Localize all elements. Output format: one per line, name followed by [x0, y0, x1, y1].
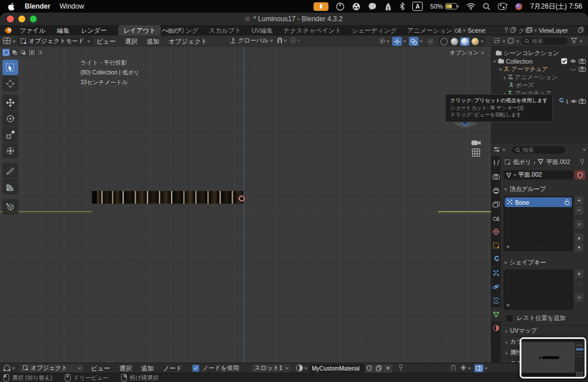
shader-menu-select[interactable]: 選択: [115, 363, 137, 373]
shading-solid-button[interactable]: [450, 37, 459, 46]
shader-snap-icon[interactable]: [450, 364, 457, 372]
grid-ortho-icon[interactable]: [471, 148, 481, 158]
menu-edit[interactable]: 編集: [51, 25, 75, 36]
scene-selector[interactable]: ∨ Scene: [452, 26, 518, 34]
siri-icon[interactable]: [515, 3, 523, 10]
remove-shape-key-button[interactable]: −: [575, 279, 583, 288]
tool-select-box[interactable]: [2, 60, 18, 75]
spotlight-search-icon[interactable]: [483, 3, 490, 10]
shader-menu-add[interactable]: 追加: [137, 363, 158, 373]
disable-render-camera-icon[interactable]: [579, 58, 586, 65]
disable-render-camera-icon[interactable]: [579, 98, 586, 105]
properties-editor-icon[interactable]: [493, 146, 500, 154]
tool-cursor[interactable]: [2, 76, 18, 91]
mode-dropdown[interactable]: オブジェクトモード ∨: [17, 37, 93, 46]
material-fake-user-button[interactable]: [365, 364, 374, 373]
list-resize-grip[interactable]: ···: [534, 244, 541, 250]
exclude-checkbox-icon[interactable]: [561, 58, 567, 65]
breadcrumb-object-name[interactable]: 低ポリ: [513, 158, 531, 166]
tab-viewlayer[interactable]: [491, 197, 501, 211]
tab-modifiers[interactable]: [491, 252, 501, 266]
select-mode-invert-button[interactable]: [28, 49, 36, 56]
disclosure-icon[interactable]: ∨: [498, 67, 502, 72]
fin-status-icon[interactable]: [384, 3, 392, 10]
mic-indicator-icon[interactable]: [314, 2, 328, 11]
viewport-options-dropdown[interactable]: オプション ∨: [450, 49, 484, 57]
tab-render[interactable]: [491, 170, 501, 184]
rest-position-checkbox[interactable]: [505, 314, 513, 322]
menu-render[interactable]: レンダー: [75, 25, 113, 36]
shading-wireframe-button[interactable]: [439, 37, 449, 46]
hide-eye-icon[interactable]: [570, 58, 577, 65]
tab-object-data[interactable]: [491, 307, 501, 321]
screen-preview-window[interactable]: [520, 337, 586, 379]
viewport-menu-view[interactable]: ビュー: [92, 36, 121, 47]
outliner-row-animation[interactable]: › アニメーション: [491, 73, 588, 81]
nodes-status-icon[interactable]: [352, 2, 361, 11]
expand-icon[interactable]: ›: [504, 75, 505, 81]
shader-editor-icon[interactable]: [3, 364, 11, 373]
viewport-menu-select[interactable]: 選択: [121, 36, 142, 47]
show-overlays-toggle[interactable]: [409, 37, 419, 46]
vertex-groups-title[interactable]: 頂点グループ: [509, 185, 546, 193]
list-resize-grip[interactable]: ···: [534, 303, 541, 309]
mesh-object-strip[interactable]: [92, 191, 243, 204]
workspace-tab-sculpting[interactable]: スカルプト: [204, 25, 246, 36]
lock-icon[interactable]: [564, 199, 570, 206]
viewport-menu-object[interactable]: オブジェクト: [164, 36, 212, 47]
select-mode-extend-button[interactable]: [11, 49, 18, 56]
shader-region-toggle[interactable]: [474, 364, 483, 372]
material-preview-icon[interactable]: [296, 364, 303, 373]
input-source-icon[interactable]: A: [412, 2, 423, 11]
tool-measure[interactable]: [2, 179, 18, 194]
blender-logo-icon[interactable]: [4, 27, 12, 35]
filter-icon[interactable]: [571, 38, 577, 45]
chat-status-icon[interactable]: [368, 2, 377, 10]
workspace-tab-animation[interactable]: アニメーション: [402, 25, 458, 36]
material-name-field[interactable]: [310, 364, 365, 372]
vertex-group-specials-button[interactable]: ∨: [575, 220, 583, 228]
menubar-clock[interactable]: 7月26日(土) 7:56: [530, 2, 582, 11]
shader-pin-icon[interactable]: [398, 364, 404, 372]
panel-disclosure-icon[interactable]: ∨: [504, 260, 508, 265]
mesh-name-field[interactable]: ∨ 平面.002: [504, 170, 573, 180]
outliner-display-mode-icon[interactable]: [508, 38, 514, 45]
disable-render-camera-icon[interactable]: [579, 66, 586, 73]
tab-scene[interactable]: [491, 211, 501, 225]
hidden-eye-closed-icon[interactable]: [570, 66, 577, 73]
disclosure-icon[interactable]: ∨: [493, 59, 497, 64]
shader-menu-view[interactable]: ビュー: [86, 363, 115, 373]
list-filter-icon[interactable]: ▶: [507, 244, 510, 249]
tab-world[interactable]: [491, 225, 501, 239]
menubar-item-window[interactable]: Window: [60, 2, 84, 10]
scene-pin-icon[interactable]: [504, 27, 509, 34]
window-titlebar[interactable]: * Luminous17 - Blender 4.3.2: [0, 13, 588, 25]
camera-view-icon[interactable]: [471, 139, 481, 148]
select-mode-intersect-button[interactable]: [37, 49, 44, 56]
viewport-3d[interactable]: ライト・平行投影 (80) Collection | 低ポリ 10センチメートル…: [0, 47, 491, 362]
tab-constraints[interactable]: [491, 294, 501, 307]
xray-toggle[interactable]: [425, 37, 435, 46]
move-group-down-button[interactable]: ▼: [575, 243, 583, 252]
shader-overlay-icon[interactable]: [460, 364, 467, 372]
editor-type-icon[interactable]: [3, 37, 11, 46]
material-slot-dropdown[interactable]: スロット1 ∨: [252, 364, 291, 372]
tab-object[interactable]: [491, 239, 501, 252]
shader-type-dropdown[interactable]: オブジェクト ∨: [20, 364, 84, 372]
new-viewlayer-icon[interactable]: [578, 27, 583, 34]
workspace-tab-modeling[interactable]: モデリング: [161, 25, 203, 36]
tab-physics[interactable]: [491, 280, 501, 294]
panel-disclosure-icon[interactable]: ∨: [504, 187, 508, 192]
workspace-tab-shading[interactable]: シェーディング: [347, 25, 403, 36]
tab-output[interactable]: [491, 184, 501, 197]
breadcrumb-data-name[interactable]: 平面.002: [546, 158, 570, 166]
tab-material[interactable]: [491, 321, 501, 335]
viewlayer-selector[interactable]: ∨ ViewLayer: [524, 26, 586, 34]
menu-file[interactable]: ファイル: [14, 25, 51, 36]
vertex-group-list[interactable]: Bone ▶ ···: [504, 196, 573, 251]
show-gizmo-toggle[interactable]: [392, 37, 402, 46]
outliner-editor-icon[interactable]: [493, 37, 500, 45]
snapping-toggle[interactable]: ∨: [277, 37, 287, 45]
menubar-app-name[interactable]: Blender: [25, 2, 51, 10]
tool-scale[interactable]: [2, 127, 18, 142]
